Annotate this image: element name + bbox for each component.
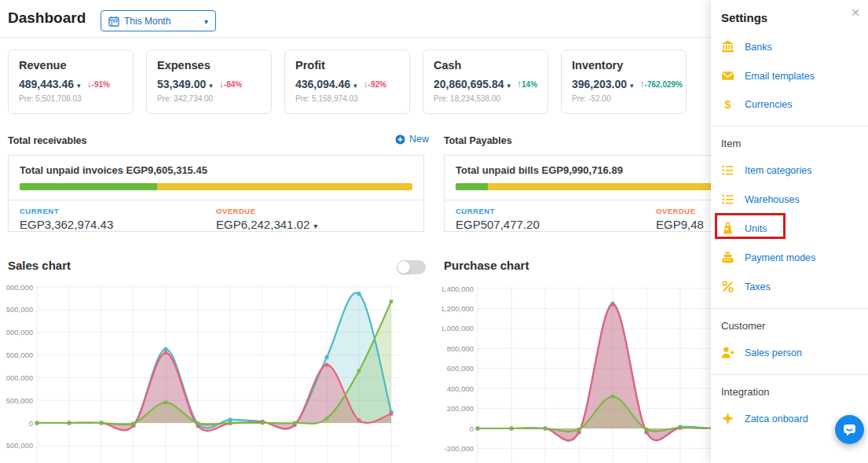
sales-chart-canvas: 3,000,0002,500,0002,000,0001,500,0001,00… [6, 281, 427, 463]
svg-text:2,000,000: 2,000,000 [6, 328, 33, 336]
kpi-title: Revenue [19, 59, 123, 72]
cash-register-icon [721, 251, 734, 264]
plus-circle-icon [395, 134, 405, 145]
chat-bubble-icon [842, 422, 857, 437]
list-icon [721, 193, 734, 206]
period-label: This Month [124, 16, 170, 27]
spark-icon [721, 412, 734, 425]
period-filter-button[interactable]: This Month [101, 10, 216, 31]
dashboard-page: Dashboard This Month Revenue 489,443.46 … [0, 0, 868, 463]
settings-panel: ✕ Settings Banks Email templates $ Curre… [711, 0, 868, 463]
svg-text:3,000,000: 3,000,000 [6, 283, 33, 292]
kpi-title: Profit [295, 59, 399, 72]
toggle-knob [397, 261, 410, 274]
settings-item-sales-person[interactable]: Sales person [711, 338, 868, 367]
kpi-card-expenses: Expenses 53,349.00 ↓-84% Pre: 342,734.00 [146, 50, 272, 114]
settings-item-warehouses[interactable]: Warehouses [711, 185, 868, 214]
chevron-down-icon[interactable] [313, 218, 317, 231]
bar-current-segment [20, 183, 157, 190]
current-label: CURRENT [20, 207, 216, 215]
purchase-chart-title: Purchase chart [444, 259, 529, 272]
kpi-card-cash: Cash 20,860,695.84 ↑14% Pre: 18,234,538.… [423, 50, 548, 114]
svg-text:0: 0 [470, 424, 474, 433]
settings-item-units[interactable]: Units [711, 214, 868, 243]
svg-text:1,000,000: 1,000,000 [442, 324, 474, 333]
settings-section-integration: Integration [711, 375, 868, 404]
sales-chart-toggle[interactable] [397, 260, 426, 274]
kpi-title: Cash [434, 59, 537, 72]
sales-chart: 3,000,0002,500,0002,000,0001,500,0001,00… [6, 281, 427, 463]
chat-launcher-button[interactable] [835, 415, 864, 444]
settings-item-label: Taxes [745, 281, 771, 292]
close-icon[interactable]: ✕ [851, 6, 860, 19]
email-icon [721, 69, 734, 83]
unpaid-invoices-summary: Total unpaid invoices EGP9,605,315.45 [20, 164, 412, 176]
overdue-value: EGP6,242,341.02 [216, 218, 309, 231]
kpi-previous-value: Pre: 5,501,708.03 [19, 94, 123, 103]
weight-icon [721, 222, 734, 235]
svg-text:1,200,000: 1,200,000 [442, 304, 474, 313]
calendar-icon [108, 16, 119, 27]
settings-item-label: Payment modes [745, 252, 815, 263]
settings-item-item-categories[interactable]: Item categories [711, 156, 868, 185]
svg-text:1,400,000: 1,400,000 [442, 285, 474, 293]
receivables-section-title: Total receivables [8, 135, 87, 146]
settings-item-banks[interactable]: Banks [711, 32, 868, 61]
receivables-progress-bar [20, 183, 412, 190]
svg-text:-500,000: -500,000 [6, 441, 33, 450]
kpi-value: 436,094.46 [295, 78, 350, 90]
settings-item-currencies[interactable]: $ Currencies [711, 90, 868, 119]
trend-badge: ↓-92% [364, 79, 386, 90]
svg-text:500,000: 500,000 [6, 396, 33, 405]
bar-overdue-segment [157, 183, 412, 190]
kpi-title: Expenses [157, 59, 261, 72]
chevron-down-icon[interactable] [507, 77, 511, 91]
settings-item-label: Zatca onboard [745, 413, 808, 424]
settings-item-email-templates[interactable]: Email templates [711, 61, 868, 90]
kpi-card-profit: Profit 436,094.46 ↓-92% Pre: 5,158,974.0… [284, 50, 410, 114]
overdue-label: OVERDUE [216, 207, 412, 215]
svg-text:0: 0 [29, 419, 33, 428]
bar-current-segment [456, 183, 488, 190]
svg-text:600,000: 600,000 [447, 364, 474, 373]
bank-icon [721, 40, 734, 53]
payables-section-title: Total Payables [444, 135, 512, 146]
page-header: Dashboard This Month [0, 0, 711, 38]
trend-badge: ↑14% [517, 79, 537, 90]
svg-text:2,500,000: 2,500,000 [6, 305, 33, 314]
settings-item-taxes[interactable]: Taxes [711, 272, 868, 301]
kpi-previous-value: Pre: -52.00 [572, 94, 676, 103]
chevron-down-icon [204, 16, 208, 27]
svg-text:-200,000: -200,000 [444, 444, 474, 453]
kpi-previous-value: Pre: 5,158,974.03 [295, 94, 399, 103]
kpi-value: 53,349.00 [157, 78, 206, 90]
svg-text:200,000: 200,000 [447, 404, 474, 413]
percent-icon [721, 280, 734, 293]
kpi-value: 396,203.00 [572, 78, 627, 90]
kpi-card-revenue: Revenue 489,443.46 ↓-91% Pre: 5,501,708.… [8, 50, 134, 114]
current-value: EGP3,362,974.43 [20, 218, 216, 231]
settings-item-label: Banks [745, 42, 772, 53]
settings-item-label: Item categories [745, 165, 811, 176]
kpi-previous-value: Pre: 342,734.00 [157, 94, 261, 103]
settings-title: Settings [711, 8, 868, 32]
svg-text:1,000,000: 1,000,000 [6, 373, 33, 382]
settings-item-label: Currencies [745, 99, 792, 110]
svg-text:400,000: 400,000 [447, 384, 474, 393]
trend-badge: ↓-91% [87, 79, 110, 90]
chevron-down-icon[interactable] [353, 77, 357, 91]
settings-item-payment-modes[interactable]: Payment modes [711, 243, 868, 272]
receivables-card: Total unpaid invoices EGP9,605,315.45 CU… [8, 155, 424, 232]
settings-item-label: Units [745, 223, 767, 234]
chevron-down-icon[interactable] [77, 77, 81, 91]
new-button[interactable]: New [395, 134, 429, 145]
kpi-row: Revenue 489,443.46 ↓-91% Pre: 5,501,708.… [8, 50, 687, 114]
sales-chart-title: Sales chart [8, 259, 71, 272]
svg-text:1,500,000: 1,500,000 [6, 351, 33, 359]
chevron-down-icon[interactable] [630, 77, 634, 91]
svg-text:800,000: 800,000 [447, 344, 474, 353]
kpi-title: Inventory [572, 59, 676, 72]
kpi-value: 20,860,695.84 [434, 78, 504, 90]
chevron-down-icon[interactable] [209, 77, 213, 91]
settings-item-label: Warehouses [745, 194, 800, 205]
